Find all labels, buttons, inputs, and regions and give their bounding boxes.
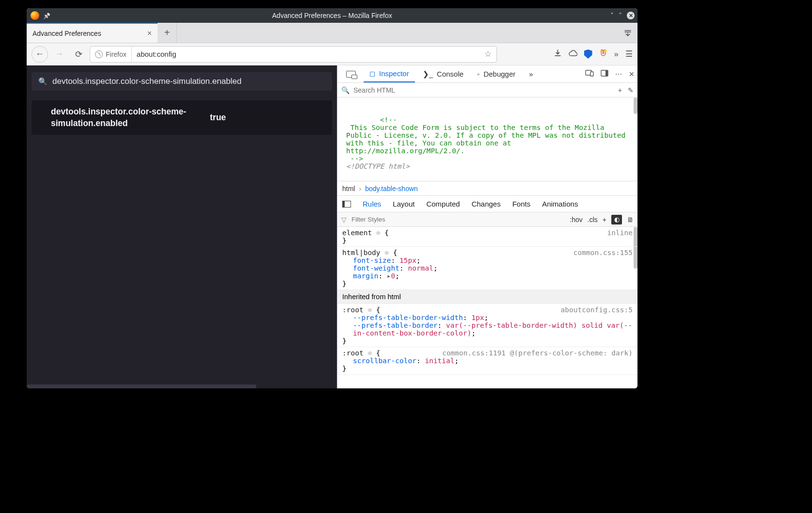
- hamburger-menu-icon[interactable]: ☰: [625, 49, 633, 59]
- light-dark-toggle-icon[interactable]: ◐: [611, 215, 622, 224]
- css-rules-view[interactable]: inline element ⊕ {} common.css:155 html|…: [337, 227, 637, 388]
- devtools-menu-icon[interactable]: ⋯: [615, 70, 622, 78]
- rule-source[interactable]: common.css:155: [573, 249, 633, 256]
- css-property[interactable]: margin: [353, 272, 378, 280]
- url-text[interactable]: about:config: [132, 50, 479, 58]
- css-property[interactable]: --prefs-table-border: [353, 321, 438, 329]
- eyedropper-icon[interactable]: ✎: [628, 86, 634, 94]
- responsive-design-icon[interactable]: [585, 70, 594, 78]
- crumb-body[interactable]: body.table-shown: [365, 185, 418, 192]
- rule-root-aboutconfig[interactable]: aboutconfig.css:5 :root ⊕ { --prefs-tabl…: [337, 304, 637, 347]
- css-value[interactable]: normal: [408, 264, 433, 272]
- maximize-button[interactable]: ˄: [619, 12, 622, 19]
- doctype-node: <!DOCTYPE html>: [346, 162, 410, 170]
- add-rule-icon[interactable]: +: [603, 216, 606, 224]
- reload-button[interactable]: ⟳: [70, 46, 87, 63]
- styles-filter-bar: ▽ :hov .cls + ◐ 🗎: [337, 212, 637, 227]
- tab-inspector-label: Inspector: [379, 69, 409, 78]
- pref-search-value: devtools.inspector.color-scheme-simulati…: [52, 77, 241, 86]
- devtools-close-icon[interactable]: ✕: [629, 70, 635, 78]
- url-bar[interactable]: Firefox about:config ☆: [90, 46, 497, 63]
- debugger-icon: ◦: [477, 70, 479, 78]
- add-node-icon[interactable]: +: [618, 86, 622, 94]
- rule-source[interactable]: aboutconfig.css:5: [561, 306, 633, 314]
- print-media-icon[interactable]: 🗎: [627, 216, 634, 224]
- svg-point-0: [605, 49, 606, 51]
- pref-value: true: [210, 112, 226, 123]
- minimize-button[interactable]: ˅: [610, 12, 614, 19]
- rules-pane-tabs: Rules Layout Computed Changes Fonts Anim…: [337, 196, 637, 212]
- toggle-pane-icon[interactable]: [342, 201, 351, 208]
- html-search-input[interactable]: [353, 86, 614, 94]
- tab-debugger[interactable]: ◦ Debugger: [471, 65, 521, 82]
- pseudo-hov-toggle[interactable]: :hov: [570, 216, 582, 224]
- css-value[interactable]: 1px: [471, 314, 484, 321]
- shield-icon[interactable]: [584, 49, 592, 59]
- pref-row[interactable]: devtools.inspector.color-scheme-simulati…: [32, 100, 332, 135]
- dock-side-icon[interactable]: [601, 70, 608, 78]
- cloud-icon[interactable]: [569, 49, 577, 59]
- firefox-window: Advanced Preferences – Mozilla Firefox ˅…: [27, 8, 637, 388]
- dom-breadcrumb[interactable]: html › body.table-shown: [337, 181, 637, 196]
- pin-icon[interactable]: [43, 12, 50, 19]
- horizontal-scrollbar[interactable]: [27, 385, 337, 388]
- subtab-rules[interactable]: Rules: [363, 200, 381, 208]
- tab-inspector[interactable]: ◻ Inspector: [364, 65, 415, 82]
- rule-root-dark[interactable]: common.css:1191 @(prefers-color-scheme: …: [337, 347, 637, 375]
- inherited-from-header: Inherited from html: [337, 290, 637, 304]
- css-value[interactable]: 15px: [399, 256, 416, 264]
- subtab-changes[interactable]: Changes: [472, 200, 501, 208]
- rule-selector: element: [342, 229, 372, 237]
- window-title: Advanced Preferences – Mozilla Firefox: [272, 12, 392, 19]
- overflow-icon[interactable]: »: [614, 49, 619, 59]
- firefox-brand-icon: [95, 50, 103, 58]
- tab-strip: Advanced Preferences × +: [27, 23, 637, 43]
- cls-toggle[interactable]: .cls: [588, 216, 598, 224]
- close-tab-button[interactable]: ×: [147, 29, 152, 38]
- tab-console[interactable]: ❯_ Console: [417, 65, 469, 82]
- devtools-tabs-overflow[interactable]: »: [523, 65, 539, 82]
- inspector-icon: ◻: [369, 69, 375, 78]
- tab-debugger-label: Debugger: [483, 70, 515, 78]
- rule-source[interactable]: inline: [607, 229, 633, 237]
- vertical-scrollbar[interactable]: [634, 97, 637, 114]
- subtab-animations[interactable]: Animations: [542, 200, 578, 208]
- css-property[interactable]: font-size: [353, 256, 391, 264]
- new-tab-button[interactable]: +: [158, 23, 177, 43]
- firefox-logo-icon: [31, 11, 39, 20]
- downloads-icon[interactable]: [554, 49, 562, 60]
- subtab-layout[interactable]: Layout: [393, 200, 414, 208]
- rule-selector: :root: [342, 349, 364, 357]
- search-icon: 🔍: [38, 77, 48, 86]
- subtab-fonts[interactable]: Fonts: [512, 200, 531, 208]
- rule-html-body[interactable]: common.css:155 html|body ⊕ { font-size: …: [337, 247, 637, 290]
- close-window-button[interactable]: ✕: [627, 12, 635, 19]
- identity-box[interactable]: Firefox: [90, 47, 132, 62]
- back-button[interactable]: ←: [32, 46, 48, 63]
- bookmark-star-icon[interactable]: ☆: [479, 49, 496, 59]
- css-property[interactable]: font-weight: [353, 264, 399, 272]
- devtools-toolbar: ◻ Inspector ❯_ Console ◦ Debugger »: [337, 65, 637, 83]
- css-value[interactable]: 0: [391, 272, 396, 280]
- list-all-tabs-button[interactable]: [618, 23, 637, 43]
- window-titlebar: Advanced Preferences – Mozilla Firefox ˅…: [27, 8, 637, 23]
- browser-tab[interactable]: Advanced Preferences ×: [27, 23, 158, 43]
- css-value[interactable]: initial: [425, 357, 454, 365]
- tab-title: Advanced Preferences: [32, 30, 101, 37]
- css-property[interactable]: --prefs-table-border-width: [353, 314, 463, 321]
- filter-styles-input[interactable]: [351, 216, 565, 223]
- rule-selector: :root: [342, 306, 364, 314]
- magnet-icon[interactable]: [599, 49, 607, 60]
- iframe-picker-button[interactable]: [340, 65, 362, 82]
- rule-element[interactable]: inline element ⊕ {}: [337, 227, 637, 247]
- about-config-page: 🔍 devtools.inspector.color-scheme-simula…: [27, 65, 337, 388]
- svg-rect-2: [590, 72, 593, 76]
- css-property[interactable]: scrollbar-color: [353, 357, 416, 365]
- dom-tree[interactable]: <!-- This Source Code Form is subject to…: [337, 97, 637, 181]
- svg-rect-4: [605, 70, 608, 76]
- html-search-bar: 🔍 + ✎: [337, 83, 637, 97]
- subtab-computed[interactable]: Computed: [426, 200, 460, 208]
- rule-source[interactable]: common.css:1191 @(prefers-color-scheme: …: [442, 349, 633, 357]
- pref-search-box[interactable]: 🔍 devtools.inspector.color-scheme-simula…: [32, 72, 332, 91]
- crumb-html[interactable]: html: [342, 185, 355, 192]
